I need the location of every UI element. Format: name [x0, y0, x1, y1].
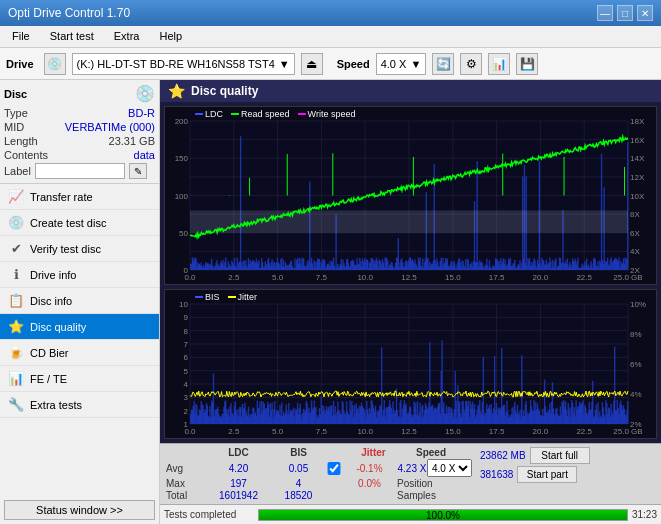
progress-bar: 100.0%: [258, 509, 628, 521]
nav-cd-bier[interactable]: 🍺 CD Bier: [0, 340, 159, 366]
drive-label: Drive: [6, 58, 34, 70]
position-value: 23862 MB: [480, 450, 526, 461]
bis-legend-label: BIS: [205, 292, 220, 302]
max-label: Max: [166, 478, 206, 489]
mid-label: MID: [4, 121, 24, 133]
start-full-button[interactable]: Start full: [530, 447, 590, 464]
verify-test-disc-icon: ✔: [8, 241, 24, 256]
stats-right: 23862 MB Start full 381638 Start part: [480, 447, 590, 483]
window-controls: — □ ✕: [597, 5, 653, 21]
minimize-button[interactable]: —: [597, 5, 613, 21]
bis-header: BIS: [271, 447, 326, 458]
disc-quality-label: Disc quality: [30, 321, 86, 333]
jitter-legend-label: Jitter: [238, 292, 258, 302]
status-window-button[interactable]: Status window >>: [4, 500, 155, 520]
close-button[interactable]: ✕: [637, 5, 653, 21]
jitter-check-header: [326, 447, 346, 458]
avg-ldc: 4.20: [206, 463, 271, 474]
drive-info-label: Drive info: [30, 269, 76, 281]
speed-label: Speed: [337, 58, 370, 70]
disc-info-icon: 📋: [8, 293, 24, 308]
refresh-button[interactable]: 🔄: [432, 53, 454, 75]
mid-value: VERBATIMe (000): [65, 121, 155, 133]
bis-canvas: [165, 290, 656, 438]
label-edit-button[interactable]: ✎: [129, 163, 147, 179]
ldc-canvas: [165, 107, 656, 284]
drive-icon-button[interactable]: 💿: [44, 53, 66, 75]
speed-select[interactable]: 4.0 X ▼: [376, 53, 427, 75]
max-jitter: 0.0%: [342, 478, 397, 489]
dq-header: ⭐ Disc quality: [160, 80, 661, 102]
nav-extra-tests[interactable]: 🔧 Extra tests: [0, 392, 159, 418]
ldc-header: LDC: [206, 447, 271, 458]
create-test-disc-icon: 💿: [8, 215, 24, 230]
max-ldc: 197: [206, 478, 271, 489]
total-label: Total: [166, 490, 206, 501]
nav-transfer-rate[interactable]: 📈 Transfer rate: [0, 184, 159, 210]
graph-button[interactable]: 📊: [488, 53, 510, 75]
avg-bis: 0.05: [271, 463, 326, 474]
transfer-rate-icon: 📈: [8, 189, 24, 204]
transfer-rate-label: Transfer rate: [30, 191, 93, 203]
type-value: BD-R: [128, 107, 155, 119]
total-ldc: 1601942: [206, 490, 271, 501]
elapsed-time: 31:23: [632, 509, 657, 520]
samples-value: 381638: [480, 469, 513, 480]
ldc-legend-label: LDC: [205, 109, 223, 119]
disc-quality-icon: ⭐: [8, 319, 24, 334]
progress-area: Tests completed 100.0% 31:23: [160, 504, 661, 524]
settings-button[interactable]: ⚙: [460, 53, 482, 75]
app-title: Opti Drive Control 1.70: [8, 6, 130, 20]
max-bis: 4: [271, 478, 326, 489]
avg-label: Avg: [166, 463, 206, 474]
charts-area: LDC Read speed Write speed: [160, 102, 661, 443]
eject-button[interactable]: ⏏: [301, 53, 323, 75]
speed-select-stats[interactable]: 4.0 X: [427, 459, 472, 477]
contents-value: data: [134, 149, 155, 161]
extra-tests-icon: 🔧: [8, 397, 24, 412]
menu-start-test[interactable]: Start test: [42, 28, 102, 45]
cd-bier-label: CD Bier: [30, 347, 69, 359]
save-button[interactable]: 💾: [516, 53, 538, 75]
length-value: 23.31 GB: [109, 135, 155, 147]
extra-tests-label: Extra tests: [30, 399, 82, 411]
menu-help[interactable]: Help: [151, 28, 190, 45]
disc-section: Disc 💿 Type BD-R MID VERBATIMe (000) Len…: [0, 80, 159, 184]
drive-select[interactable]: (K:) HL-DT-ST BD-RE WH16NS58 TST4 ▼: [72, 53, 295, 75]
label-input[interactable]: [35, 163, 125, 179]
menu-extra[interactable]: Extra: [106, 28, 148, 45]
jitter-legend-item: Jitter: [228, 292, 258, 302]
stats-empty-header: [166, 447, 206, 458]
nav-disc-info[interactable]: 📋 Disc info: [0, 288, 159, 314]
samples-label: Samples: [397, 490, 457, 501]
write-speed-legend-item: Write speed: [298, 109, 356, 119]
start-part-button[interactable]: Start part: [517, 466, 577, 483]
jitter-header: Jitter: [346, 447, 401, 458]
read-speed-legend-label: Read speed: [241, 109, 290, 119]
chart2-legend: BIS Jitter: [195, 292, 257, 302]
dq-icon: ⭐: [168, 83, 185, 99]
stats-table: LDC BIS Jitter Speed Avg 4.20 0.05 -0.1%…: [166, 447, 472, 501]
bis-legend-item: BIS: [195, 292, 220, 302]
nav-fe-te[interactable]: 📊 FE / TE: [0, 366, 159, 392]
menubar: File Start test Extra Help: [0, 26, 661, 48]
nav-create-test-disc[interactable]: 💿 Create test disc: [0, 210, 159, 236]
left-panel: Disc 💿 Type BD-R MID VERBATIMe (000) Len…: [0, 80, 160, 524]
maximize-button[interactable]: □: [617, 5, 633, 21]
right-panel: ⭐ Disc quality LDC Read speed: [160, 80, 661, 524]
menu-file[interactable]: File: [4, 28, 38, 45]
fe-te-label: FE / TE: [30, 373, 67, 385]
ldc-legend-item: LDC: [195, 109, 223, 119]
position-label: Position: [397, 478, 457, 489]
chart1-legend: LDC Read speed Write speed: [195, 109, 355, 119]
nav-disc-quality[interactable]: ⭐ Disc quality: [0, 314, 159, 340]
nav-verify-test-disc[interactable]: ✔ Verify test disc: [0, 236, 159, 262]
type-label: Type: [4, 107, 28, 119]
bis-chart: BIS Jitter: [164, 289, 657, 439]
toolbar: Drive 💿 (K:) HL-DT-ST BD-RE WH16NS58 TST…: [0, 48, 661, 80]
contents-label: Contents: [4, 149, 48, 161]
verify-test-disc-label: Verify test disc: [30, 243, 101, 255]
jitter-checkbox[interactable]: [326, 462, 342, 475]
avg-jitter: -0.1%: [342, 463, 397, 474]
nav-drive-info[interactable]: ℹ Drive info: [0, 262, 159, 288]
